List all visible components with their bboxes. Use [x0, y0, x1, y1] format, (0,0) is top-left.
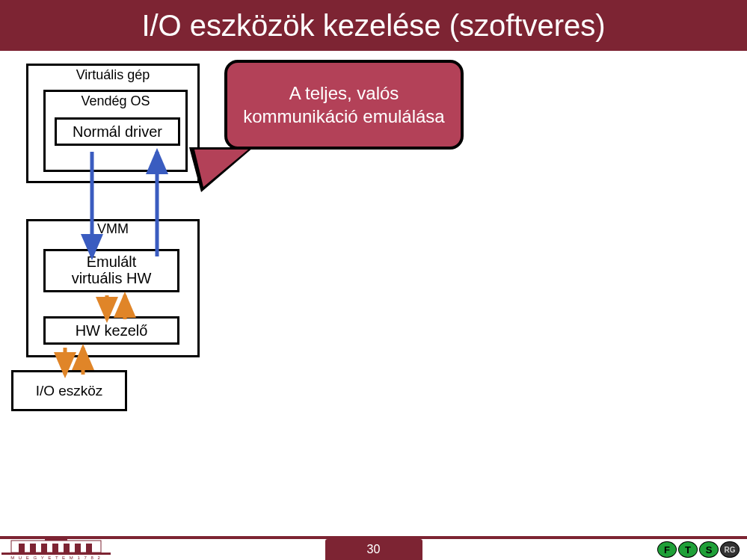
callout-bubble: A teljes, valós kommunikáció emulálása [224, 60, 464, 150]
emul-hw-line2: virtuális HW [46, 270, 177, 286]
callout-tail [194, 150, 248, 187]
svg-rect-13 [75, 544, 81, 553]
svg-rect-11 [52, 544, 58, 553]
svg-text:M U E G Y E T E M 1 7 8 2: M U E G Y E T E M 1 7 8 2 [10, 556, 102, 560]
vm-box: Virtuális gép Vendég OS Normál driver [26, 64, 200, 183]
diagram-area: Virtuális gép Vendég OS Normál driver VM… [26, 64, 475, 490]
footer: M U E G Y E T E M 1 7 8 2 30 F T S RG [0, 536, 747, 560]
emul-hw-line1: Emulált [46, 253, 177, 270]
svg-rect-9 [30, 544, 36, 553]
ftsg-logo: F T S RG [657, 541, 740, 558]
university-logo-icon: M U E G Y E T E M 1 7 8 2 [0, 536, 112, 560]
svg-rect-14 [86, 544, 92, 553]
svg-rect-15 [45, 536, 67, 541]
emulated-hw-box: Emulált virtuális HW [43, 249, 179, 292]
svg-rect-10 [41, 544, 47, 553]
slide-title: I/O eszközök kezelése (szoftveres) [141, 9, 605, 43]
callout-text: A teljes, valós kommunikáció emulálása [235, 81, 453, 128]
hw-kezelo-label: HW kezelő [76, 322, 148, 339]
page-number: 30 [367, 543, 381, 556]
guest-os-label: Vendég OS [46, 92, 185, 109]
guest-os-box: Vendég OS Normál driver [43, 90, 188, 172]
io-device-box: I/O eszköz [11, 370, 127, 411]
page-number-badge: 30 [325, 539, 422, 560]
hw-handler-box: HW kezelő [43, 316, 179, 345]
svg-rect-8 [19, 544, 25, 553]
ftsg-letter-rg-icon: RG [720, 541, 740, 558]
vmm-label: VMM [28, 221, 197, 237]
ftsg-letter-f-icon: F [657, 541, 677, 558]
driver-label: Normál driver [73, 123, 162, 141]
ftsg-letter-s-icon: S [699, 541, 719, 558]
vm-label: Virtuális gép [28, 66, 197, 83]
ftsg-letter-t-icon: T [678, 541, 698, 558]
io-device-label: I/O eszköz [36, 383, 103, 399]
slide-title-bar: I/O eszközök kezelése (szoftveres) [0, 0, 747, 51]
normal-driver-box: Normál driver [55, 117, 180, 146]
svg-rect-12 [64, 544, 70, 553]
